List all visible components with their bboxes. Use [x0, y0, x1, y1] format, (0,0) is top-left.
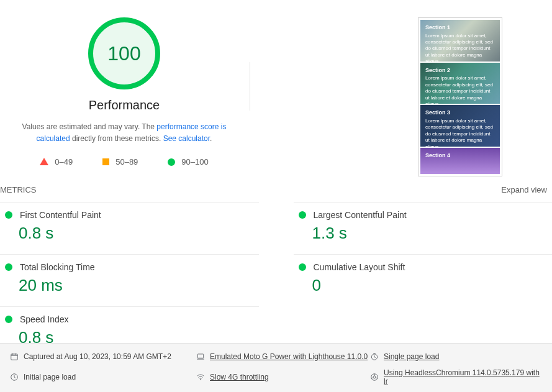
disclaimer-mid: directly from these metrics.: [70, 134, 163, 143]
single-page-load[interactable]: Single page load: [370, 352, 545, 361]
metric-value: 20 ms: [19, 276, 259, 295]
emulated-device-text: Emulated Moto G Power with Lighthouse 11…: [210, 352, 368, 361]
svg-point-6: [373, 376, 376, 378]
preview-text-2: Lorem ipsum dolor sit amet, consectetur …: [425, 75, 493, 104]
triangle-icon: [40, 158, 48, 165]
throttling-text: Slow 4G throttling: [210, 373, 269, 381]
status-dot-pass: [299, 263, 306, 271]
legend-avg-label: 50–89: [115, 157, 138, 166]
expand-view-button[interactable]: Expand view: [501, 185, 547, 194]
metric-tbt[interactable]: Total Blocking Time 20 ms: [0, 254, 259, 306]
status-dot-pass: [5, 316, 12, 323]
clock-icon: [10, 373, 19, 381]
metric-name: Total Blocking Time: [20, 262, 95, 272]
status-dot-pass: [5, 263, 12, 271]
performance-score: 100: [107, 42, 140, 65]
metric-name: Speed Index: [20, 314, 69, 324]
browser-info-text: Using HeadlessChromium 114.0.5735.179 wi…: [384, 368, 545, 386]
status-dot-pass: [5, 211, 12, 219]
square-icon: [102, 158, 109, 165]
metric-lcp[interactable]: Largest Contentful Paint 1.3 s: [294, 202, 553, 254]
metric-fcp[interactable]: First Contentful Paint 0.8 s: [0, 202, 259, 254]
legend-fail-label: 0–49: [55, 157, 73, 166]
throttling[interactable]: Slow 4G throttling: [196, 368, 370, 386]
metrics-heading: METRICS: [0, 185, 37, 194]
disclaimer-prefix: Values are estimated and may vary. The: [22, 122, 157, 131]
browser-info[interactable]: Using HeadlessChromium 114.0.5735.179 wi…: [370, 368, 545, 386]
preview-title-3: Section 3: [425, 109, 495, 117]
preview-section-2: Section 2Lorem ipsum dolor sit amet, con…: [420, 63, 500, 104]
performance-gauge: 100: [88, 17, 160, 89]
timer-icon: [370, 352, 379, 361]
preview-section-1: Section 1Lorem ipsum dolor sit amet, con…: [420, 20, 500, 62]
preview-section-3: Section 3Lorem ipsum dolor sit amet, con…: [420, 105, 500, 147]
runtime-settings: Captured at Aug 10, 2023, 10:59 AM GMT+2…: [0, 343, 552, 392]
circle-icon: [168, 158, 175, 166]
performance-gauge-area: 100 Performance Values are estimated and…: [0, 17, 248, 176]
legend-fail: 0–49: [40, 157, 73, 166]
preview-text-1: Lorem ipsum dolor sit amet, consectetur …: [425, 33, 493, 62]
metric-value: 1.3 s: [312, 224, 553, 243]
preview-title-1: Section 1: [425, 24, 495, 32]
page-screenshot: Section 1Lorem ipsum dolor sit amet, con…: [418, 17, 502, 176]
metric-value: 0.8 s: [19, 224, 259, 243]
metric-name: First Contentful Paint: [20, 210, 101, 220]
wifi-icon: [196, 373, 205, 381]
preview-title-2: Section 2: [425, 67, 495, 75]
svg-rect-0: [11, 354, 18, 360]
chrome-icon: [370, 373, 379, 381]
status-dot-pass: [299, 211, 306, 219]
emulated-device[interactable]: Emulated Moto G Power with Lighthouse 11…: [196, 352, 370, 361]
legend-average: 50–89: [102, 157, 138, 166]
svg-point-4: [200, 380, 201, 380]
captured-at-text: Captured at Aug 10, 2023, 10:59 AM GMT+2: [24, 352, 171, 361]
metric-cls[interactable]: Cumulative Layout Shift 0: [294, 254, 553, 306]
initial-page-load-text: Initial page load: [24, 373, 76, 381]
svg-rect-1: [197, 354, 203, 358]
legend-pass-label: 90–100: [181, 157, 208, 166]
preview-title-4: Section 4: [425, 152, 495, 160]
preview-text-3: Lorem ipsum dolor sit amet, consectetur …: [425, 118, 493, 147]
metric-name: Largest Contentful Paint: [314, 210, 407, 220]
single-page-load-text: Single page load: [384, 352, 439, 361]
disclaimer-suffix: .: [210, 134, 212, 143]
calendar-icon: [10, 352, 19, 361]
disclaimer: Values are estimated and may vary. The p…: [6, 121, 242, 145]
legend-pass: 90–100: [168, 157, 208, 166]
metric-name: Cumulative Layout Shift: [314, 262, 405, 272]
laptop-icon: [196, 352, 205, 361]
performance-title: Performance: [89, 98, 160, 112]
captured-at: Captured at Aug 10, 2023, 10:59 AM GMT+2: [10, 352, 196, 361]
preview-section-4: Section 4: [420, 148, 500, 174]
score-legend: 0–49 50–89 90–100: [40, 157, 208, 166]
vertical-divider: [250, 62, 250, 111]
see-calculator-link[interactable]: See calculator: [163, 134, 210, 143]
metric-value: 0: [312, 276, 553, 295]
initial-page-load: Initial page load: [10, 368, 196, 386]
